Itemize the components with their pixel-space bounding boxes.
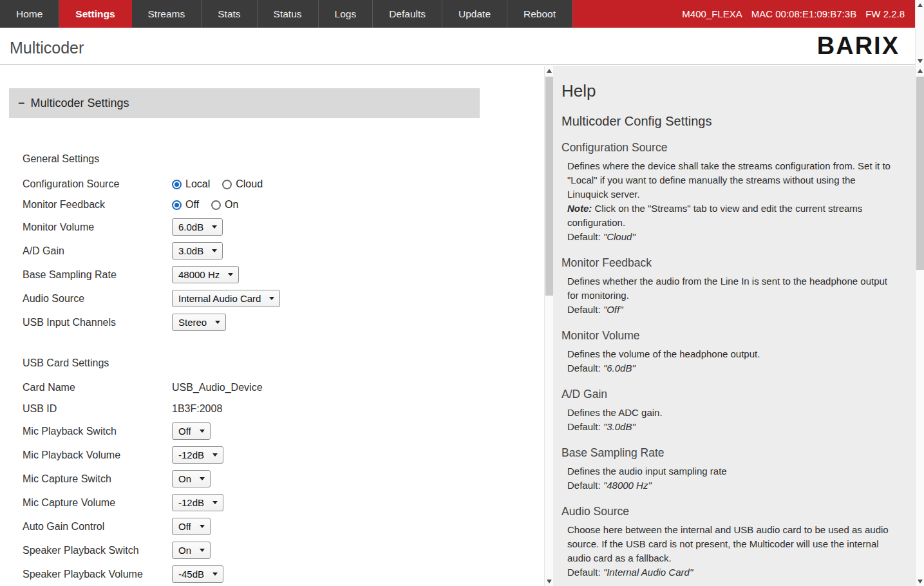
scroll-up-button[interactable] (916, 0, 924, 10)
field-label: Speaker Playback Volume (23, 569, 172, 580)
help-subtitle: Multicoder Config Settings (561, 114, 891, 129)
select-value: Stereo (178, 317, 207, 328)
usb-input-channels-select[interactable]: Stereo (172, 314, 226, 331)
ad-gain-select[interactable]: 3.0dB (172, 242, 223, 260)
dropdown-arrow-icon (200, 430, 205, 433)
audio-source-select[interactable]: Internal Audio Card (172, 290, 280, 307)
device-mac: MAC 00:08:E1:09:B7:3B (751, 8, 856, 19)
scroll-down-button[interactable] (545, 576, 554, 586)
dropdown-arrow-icon (200, 477, 205, 480)
help-section-body: Defines the volume of the headphone outp… (567, 347, 891, 361)
base-sampling-rate-select[interactable]: 48000 Hz (172, 266, 239, 283)
device-name: M400_FLEXA (682, 8, 742, 19)
row-usb-id: USB ID 1B3F:2008 (23, 398, 544, 419)
tab-reboot[interactable]: Reboot (507, 0, 572, 28)
select-value: 3.0dB (178, 245, 203, 256)
auto-gain-control-select[interactable]: Off (172, 518, 211, 535)
radio-option-cloud[interactable]: Cloud (222, 178, 263, 190)
tab-streams[interactable]: Streams (132, 0, 202, 28)
top-frame-scrollbar[interactable] (915, 0, 924, 66)
scroll-down-icon (547, 580, 552, 583)
group-title-usb-card: USB Card Settings (23, 357, 544, 372)
dropdown-arrow-icon (212, 501, 218, 504)
help-section-body: Defines whether the audio from the Line … (567, 274, 891, 303)
tab-settings[interactable]: Settings (59, 0, 131, 28)
radio-checked-icon[interactable] (172, 180, 182, 189)
dropdown-arrow-icon (269, 297, 274, 300)
scroll-down-button[interactable] (916, 56, 924, 66)
page-title: Multicoder (10, 39, 84, 57)
mic-capture-volume-select[interactable]: -12dB (172, 494, 223, 511)
tab-update[interactable]: Update (442, 0, 507, 28)
barix-logo: BARIX (817, 32, 900, 60)
radio-label: Off (185, 199, 199, 211)
section-title: Multicoder Settings (31, 97, 129, 110)
select-value: Off (178, 521, 191, 532)
scroll-up-icon (918, 69, 923, 73)
scroll-up-button[interactable] (545, 66, 554, 75)
field-label: Mic Playback Volume (23, 449, 172, 461)
field-label: A/D Gain (23, 245, 172, 257)
radio-option-local[interactable]: Local (172, 178, 210, 190)
help-section-title: Base Sampling Rate (561, 446, 891, 460)
help-section-base-sampling-rate: Base Sampling Rate Defines the audio inp… (561, 446, 891, 493)
row-mic-capture-switch: Mic Capture Switch On (23, 467, 544, 491)
help-panel: Help Multicoder Config Settings Configur… (553, 66, 915, 586)
tab-defaults[interactable]: Defaults (373, 0, 442, 28)
radio-option-on[interactable]: On (211, 199, 238, 211)
tab-logs[interactable]: Logs (319, 0, 373, 28)
field-label: Audio Source (23, 293, 172, 305)
row-card-name: Card Name USB_Audio_Device (23, 377, 544, 398)
help-section-monitor-feedback: Monitor Feedback Defines whether the aud… (561, 256, 891, 317)
radio-checked-icon[interactable] (172, 200, 182, 210)
settings-panel-scrollbar[interactable] (544, 66, 553, 586)
help-section-default: Default: "Off" (567, 303, 891, 317)
topbar-spacer (572, 0, 682, 28)
configuration-source-radio-group: Local Cloud (172, 178, 263, 190)
select-value: -45dB (178, 569, 204, 580)
scroll-up-button[interactable] (916, 66, 924, 75)
monitor-volume-select[interactable]: 6.0dB (172, 218, 223, 236)
collapse-icon[interactable]: − (18, 97, 25, 110)
mic-playback-switch-select[interactable]: Off (172, 422, 211, 440)
tab-stats[interactable]: Stats (202, 0, 257, 28)
speaker-playback-switch-select[interactable]: On (172, 542, 211, 559)
scrollbar-thumb[interactable] (545, 77, 553, 296)
speaker-playback-volume-select[interactable]: -45dB (172, 565, 223, 583)
default-label: Default: (567, 304, 603, 315)
help-section-default: Default: "Cloud" (567, 230, 891, 244)
help-section-body: Choose here between the internal and USB… (567, 523, 891, 565)
default-label: Default: (567, 231, 603, 242)
help-section-configuration-source: Configuration Source Defines where the d… (561, 141, 891, 244)
mic-playback-volume-select[interactable]: -12dB (172, 446, 223, 464)
select-value: Internal Audio Card (178, 293, 261, 304)
radio-unchecked-icon[interactable] (222, 180, 232, 189)
dropdown-arrow-icon (212, 572, 218, 576)
field-label: Base Sampling Rate (23, 269, 172, 281)
dropdown-arrow-icon (228, 273, 233, 276)
field-label: Card Name (23, 382, 172, 393)
scroll-down-button[interactable] (916, 576, 924, 586)
field-label: USB Input Channels (23, 317, 172, 328)
field-label: Speaker Playback Switch (23, 545, 172, 556)
mic-capture-switch-select[interactable]: On (172, 470, 211, 487)
help-section-title: Audio Source (561, 505, 891, 518)
row-audio-source: Audio Source Internal Audio Card (23, 287, 544, 310)
tab-status[interactable]: Status (258, 0, 319, 28)
field-label: Monitor Volume (23, 222, 172, 233)
radio-option-off[interactable]: Off (172, 199, 199, 211)
default-value: "6.0dB" (603, 363, 636, 373)
select-value: Off (178, 426, 191, 437)
dropdown-arrow-icon (200, 525, 205, 528)
multicoder-settings-section-header[interactable]: − Multicoder Settings (9, 88, 480, 118)
field-label: USB ID (23, 403, 172, 415)
scroll-down-icon (918, 59, 923, 63)
help-panel-scrollbar[interactable] (915, 66, 924, 586)
radio-unchecked-icon[interactable] (211, 200, 221, 210)
help-title: Help (561, 81, 891, 101)
row-mic-playback-volume: Mic Playback Volume -12dB (23, 443, 544, 467)
settings-form: General Settings Configuration Source Lo… (23, 153, 544, 586)
tab-home[interactable]: Home (0, 0, 59, 28)
scrollbar-thumb[interactable] (916, 77, 924, 270)
help-section-audio-source: Audio Source Choose here between the int… (561, 505, 891, 580)
